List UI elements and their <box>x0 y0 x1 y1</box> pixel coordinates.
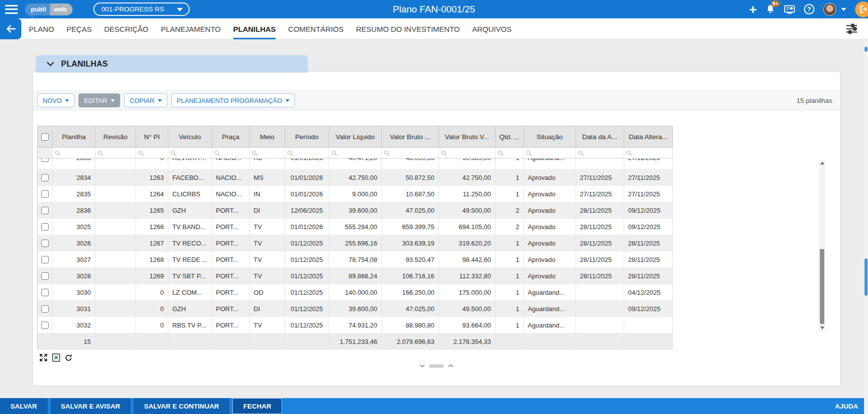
fechar-button[interactable]: FECHAR <box>232 398 282 414</box>
column-header-qtd[interactable]: Qtd. ... <box>495 126 523 148</box>
planilhas-section-header[interactable]: PLANILHAS <box>36 55 308 73</box>
hamburger-menu-icon[interactable] <box>5 5 18 14</box>
page-scrollbar-mark[interactable] <box>865 47 868 52</box>
table-row[interactable]: 30300LZ COM...PORT...OD01/12/2025140.000… <box>38 284 673 301</box>
column-header-praca[interactable]: Praça <box>212 126 249 148</box>
filter-input-praca[interactable] <box>212 148 249 159</box>
row-checkbox[interactable] <box>41 322 49 329</box>
filter-input-meio[interactable] <box>249 148 285 159</box>
column-header-veiculo[interactable]: Veículo <box>168 126 212 148</box>
scrollbar-thumb[interactable] <box>820 249 824 324</box>
salvar-e-avisar-button[interactable]: SALVAR E AVISAR <box>51 398 131 414</box>
resize-handle[interactable] <box>429 364 444 368</box>
column-header-periodo[interactable]: Período <box>285 126 329 148</box>
refresh-icon[interactable] <box>65 354 72 362</box>
add-icon[interactable]: + <box>749 3 757 16</box>
table-row[interactable]: 30261267TV RECO...PORT...TV01/12/2025255… <box>38 235 673 251</box>
table-row[interactable]: 28351264CLICRBSNACIO...IN01/01/20269.000… <box>38 186 673 202</box>
table-row[interactable]: 28361265GZHPORT...DI12/06/202539.600,004… <box>38 202 673 219</box>
totals-cell-revisao <box>95 333 136 350</box>
cell-valor-bruto-v: 42.750,00 <box>438 169 495 186</box>
ajuda-button[interactable]: AJUDA <box>825 398 868 414</box>
scroll-up-arrow-icon[interactable] <box>819 160 825 166</box>
filter-input-qtd[interactable] <box>495 148 523 159</box>
caret-down-icon <box>177 8 183 11</box>
cell-periodo: 01/01/2026 <box>285 159 329 169</box>
select-all-checkbox[interactable] <box>41 133 49 141</box>
copiar-button[interactable]: COPIAR <box>124 93 167 107</box>
column-header-situacao[interactable]: Situação <box>523 126 576 148</box>
column-header-revisao[interactable]: Revisão <box>95 126 136 148</box>
filter-input-periodo[interactable] <box>285 148 329 159</box>
tab-comentarios[interactable]: COMENTÁRIOS <box>288 18 344 39</box>
search-icon <box>526 150 532 157</box>
filter-input-planilha[interactable] <box>53 148 95 159</box>
filter-input-data-altera[interactable] <box>624 148 672 159</box>
row-checkbox[interactable] <box>41 174 49 181</box>
tab-arquivos[interactable]: ARQUIVOS <box>472 18 511 39</box>
row-checkbox[interactable] <box>41 305 49 313</box>
salvar-button[interactable]: SALVAR <box>0 398 48 414</box>
column-header-valor-bruto-v[interactable]: Valor Bruto V... <box>438 126 495 148</box>
cell-situacao: Aprovado <box>523 169 576 186</box>
filter-input-revisao[interactable] <box>95 148 136 159</box>
monitor-icon[interactable] <box>784 5 795 14</box>
collapse-up-icon[interactable] <box>448 364 453 368</box>
project-selector-dropdown[interactable]: 001-PROGRESS RS <box>93 2 190 16</box>
filter-input-veiculo[interactable] <box>168 148 212 159</box>
tab-resumo-do-investimento[interactable]: RESUMO DO INVESTIMENTO <box>356 18 460 39</box>
column-header-meio[interactable]: Meio <box>249 126 285 148</box>
user-menu-caret-icon[interactable] <box>841 8 846 11</box>
table-row[interactable]: 28341263FACEBO...NACIO...MS01/01/202642.… <box>38 169 673 186</box>
tab-plano[interactable]: PLANO <box>29 18 54 39</box>
row-checkbox[interactable] <box>41 272 49 280</box>
filter-input-situacao[interactable] <box>523 148 576 159</box>
row-checkbox[interactable] <box>41 223 49 231</box>
table-row[interactable]: 30310GZHPORT...DI01/12/202539.600,0047.0… <box>38 301 673 317</box>
editar-button[interactable]: EDITAR <box>78 93 120 107</box>
grid-vertical-scrollbar[interactable] <box>819 160 825 331</box>
collapse-down-icon[interactable] <box>420 364 425 368</box>
table-row[interactable]: 28330REVISTA ...NACIO...RE01/01/202640.4… <box>38 159 673 169</box>
tab-descricao[interactable]: DESCRIÇÃO <box>104 18 148 39</box>
salvar-e-continuar-button[interactable]: SALVAR E CONTINUAR <box>134 398 229 414</box>
filter-input-num-pi[interactable] <box>136 148 168 159</box>
planejamento-programacao-button[interactable]: PLANEJAMENTO PROGRAMAÇÃO <box>171 93 295 107</box>
tab-planilhas[interactable]: PLANILHAS <box>233 18 276 39</box>
column-header-num-pi[interactable]: N° PI <box>136 126 168 148</box>
filter-input-valor-bruto-v[interactable] <box>438 148 495 159</box>
row-checkbox[interactable] <box>41 289 49 296</box>
page-scrollbar[interactable] <box>864 40 868 414</box>
column-header-data-altera[interactable]: Data Altera... <box>624 126 672 148</box>
excel-export-icon[interactable] <box>52 353 60 362</box>
row-checkbox[interactable] <box>41 159 49 162</box>
column-header-planilha[interactable]: Planilha <box>53 126 95 148</box>
tab-planejamento[interactable]: PLANEJAMENTO <box>161 18 221 39</box>
tab-pecas[interactable]: PEÇAS <box>67 18 92 39</box>
back-button[interactable] <box>0 18 21 39</box>
help-icon[interactable]: ? <box>804 4 814 14</box>
row-checkbox[interactable] <box>41 240 49 247</box>
table-row[interactable]: 30320RBS TV P...PORT...TV01/12/202574.93… <box>38 317 673 333</box>
table-row[interactable]: 30251266TV BAND...PORT...TV01/01/2026555… <box>38 219 673 235</box>
filter-input-valor-liquido[interactable] <box>329 148 381 159</box>
table-row[interactable]: 30271268TV REDE ...PORT...TV01/12/202578… <box>38 251 673 268</box>
page-scrollbar-thumb[interactable] <box>865 258 868 296</box>
notifications-bell-icon[interactable]: 9+ <box>766 4 775 14</box>
column-header-valor-bruto[interactable]: Valor Bruto ... <box>381 126 438 148</box>
fullscreen-expand-icon[interactable] <box>39 353 48 362</box>
row-checkbox[interactable] <box>41 207 49 214</box>
table-row[interactable]: 30281269TV SBT P...PORT...TV01/12/202589… <box>38 268 673 284</box>
column-header-data-da-a[interactable]: Data da A... <box>576 126 624 148</box>
filter-sliders-icon[interactable] <box>845 18 868 39</box>
scroll-down-arrow-icon[interactable] <box>819 325 825 331</box>
cell-meio: MS <box>249 169 285 186</box>
row-checkbox[interactable] <box>41 190 49 198</box>
filter-input-valor-bruto[interactable] <box>381 148 438 159</box>
logout-icon[interactable] <box>855 1 868 17</box>
row-checkbox[interactable] <box>41 256 49 263</box>
column-header-valor-liquido[interactable]: Valor Líquido <box>329 126 381 148</box>
filter-input-data-da-a[interactable] <box>576 148 624 159</box>
user-avatar[interactable] <box>823 3 836 16</box>
novo-button[interactable]: NOVO <box>37 93 74 107</box>
